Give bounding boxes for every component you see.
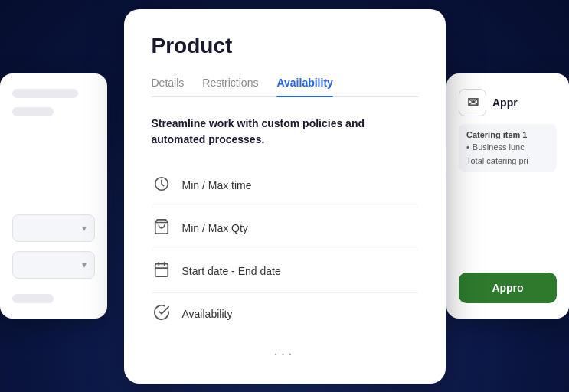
more-dots: ···: [152, 345, 418, 362]
left-line-3: [12, 294, 54, 303]
approve-button[interactable]: Appro: [459, 273, 557, 303]
card-right-header: ✉ Appr: [459, 89, 557, 116]
feature-min-max-time: Min / Max time: [152, 165, 418, 207]
chevron-down-icon: ▾: [82, 260, 87, 270]
bullet-dot: •: [466, 142, 469, 152]
tab-availability[interactable]: Availability: [276, 77, 332, 96]
feature-availability: Availability: [152, 293, 418, 335]
card-right: ✉ Appr Catering item 1 • Business lunc T…: [446, 74, 569, 318]
feature-availability-label: Availability: [182, 308, 233, 320]
check-circle-icon: [152, 304, 172, 325]
feature-min-max-qty-label: Min / Max Qty: [182, 222, 248, 234]
tab-details[interactable]: Details: [152, 77, 185, 96]
feature-start-end-date-label: Start date - End date: [182, 265, 281, 277]
scene: ▾ ▾ Product Details Restrictions Availab…: [0, 0, 569, 392]
feature-list: Min / Max time Min / Max Qty: [152, 165, 418, 335]
cart-icon: [152, 218, 172, 239]
left-select-1[interactable]: ▾: [12, 214, 95, 242]
catering-info-box: Catering item 1 • Business lunc Total ca…: [459, 124, 557, 172]
clock-icon: [152, 175, 172, 196]
section-subtitle: Streamline work with custom policies and…: [152, 116, 418, 148]
chevron-down-icon: ▾: [82, 223, 87, 234]
catering-total: Total catering pri: [466, 156, 549, 165]
page-title: Product: [152, 34, 418, 58]
catering-bullet: • Business lunc: [466, 142, 549, 152]
feature-start-end-date: Start date - End date: [152, 250, 418, 293]
calendar-icon: [152, 261, 172, 282]
left-line-1: [12, 89, 78, 98]
catering-bullet-label: Business lunc: [473, 142, 525, 152]
feature-min-max-qty: Min / Max Qty: [152, 207, 418, 250]
tab-bar: Details Restrictions Availability: [152, 77, 418, 97]
left-line-2: [12, 107, 54, 116]
approval-title: Appr: [492, 96, 518, 109]
card-left: ▾ ▾: [0, 74, 107, 318]
card-main: Product Details Restrictions Availabilit…: [124, 9, 446, 384]
svg-rect-2: [155, 263, 168, 276]
feature-min-max-time-label: Min / Max time: [182, 179, 252, 191]
tab-restrictions[interactable]: Restrictions: [202, 77, 258, 96]
left-select-2[interactable]: ▾: [12, 251, 95, 279]
catering-item-name: Catering item 1: [466, 130, 549, 139]
mail-icon: ✉: [459, 89, 486, 116]
